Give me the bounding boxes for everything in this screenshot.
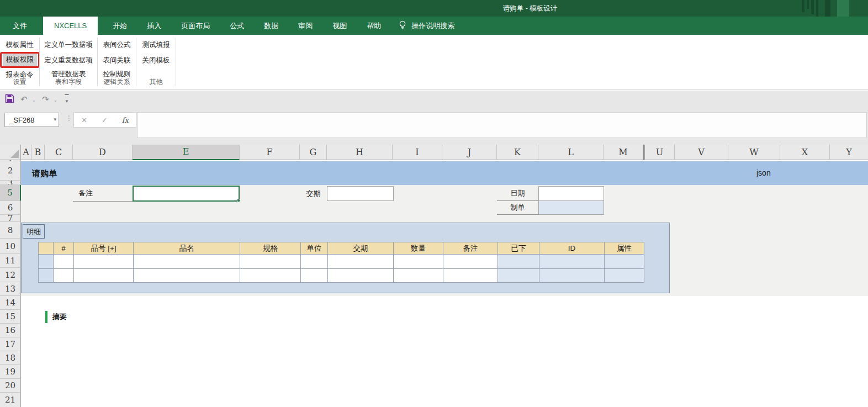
col-header-X[interactable]: X bbox=[780, 145, 830, 160]
redo-icon[interactable]: ↷ bbox=[42, 94, 49, 104]
row-header-18[interactable]: 18 bbox=[0, 351, 21, 365]
col-header-M[interactable]: M bbox=[604, 145, 643, 160]
detail-cell[interactable] bbox=[54, 255, 74, 269]
row-header-17[interactable]: 17 bbox=[0, 337, 21, 351]
detail-cell[interactable] bbox=[39, 255, 54, 269]
detail-cell[interactable] bbox=[443, 269, 498, 283]
detail-cell[interactable] bbox=[498, 255, 539, 269]
btn-template-permissions[interactable]: 模板权限 bbox=[3, 54, 37, 66]
detail-cell[interactable] bbox=[539, 255, 605, 269]
tab-page-layout[interactable]: 页面布局 bbox=[173, 17, 218, 35]
col-header-V[interactable]: V bbox=[675, 145, 728, 160]
col-header-I[interactable]: I bbox=[393, 145, 442, 160]
due-date-input-cell[interactable] bbox=[327, 186, 394, 201]
row-header-12[interactable]: 12 bbox=[0, 268, 21, 282]
row-header-19[interactable]: 19 bbox=[0, 365, 21, 379]
tab-review[interactable]: 审阅 bbox=[290, 17, 321, 35]
col-header-W[interactable]: W bbox=[728, 145, 780, 160]
col-header-K[interactable]: K bbox=[497, 145, 538, 160]
undo-icon[interactable]: ↶ bbox=[20, 94, 28, 104]
detail-cell[interactable] bbox=[74, 255, 134, 269]
detail-cell[interactable] bbox=[443, 255, 498, 269]
detail-cell[interactable] bbox=[605, 255, 644, 269]
detail-cell[interactable] bbox=[54, 269, 74, 283]
redo-dropdown-icon[interactable]: ⌄ bbox=[54, 98, 57, 103]
col-header-F[interactable]: F bbox=[240, 145, 300, 160]
tab-formulas[interactable]: 公式 bbox=[221, 17, 252, 35]
enter-check-icon[interactable]: ✓ bbox=[102, 116, 108, 124]
btn-template-properties[interactable]: 模板属性 bbox=[0, 39, 39, 51]
fill-handle[interactable] bbox=[237, 199, 240, 202]
detail-cell[interactable] bbox=[394, 255, 443, 269]
btn-define-single-item[interactable]: 定义单一数据项 bbox=[40, 39, 97, 51]
row-header-10[interactable]: 10 bbox=[0, 239, 21, 254]
date-input-cell[interactable] bbox=[538, 186, 604, 201]
detail-cell[interactable] bbox=[134, 269, 240, 283]
detail-cell[interactable] bbox=[328, 269, 394, 283]
detail-cell[interactable] bbox=[240, 269, 301, 283]
row-header-20[interactable]: 20 bbox=[0, 379, 21, 393]
btn-cross-table-link[interactable]: 表间关联 bbox=[98, 54, 136, 67]
col-header-E-selected[interactable]: E bbox=[133, 145, 240, 160]
qat-customize-icon[interactable]: ▔▾ bbox=[64, 96, 70, 103]
name-box-input[interactable] bbox=[5, 113, 49, 126]
row-header-16[interactable]: 16 bbox=[0, 324, 21, 337]
row-header-21[interactable]: 21 bbox=[0, 393, 21, 407]
tell-me-search[interactable]: 操作说明搜索 bbox=[399, 17, 454, 35]
row-header-5-selected[interactable]: 5 bbox=[0, 185, 21, 201]
cancel-icon[interactable]: ✕ bbox=[81, 116, 87, 124]
insert-function-icon[interactable]: fx bbox=[122, 116, 129, 124]
tab-file[interactable]: 文件 bbox=[4, 17, 35, 35]
row-header-2[interactable]: 2 bbox=[0, 161, 21, 181]
detail-cell[interactable] bbox=[605, 269, 644, 283]
detail-cell[interactable] bbox=[498, 269, 539, 283]
detail-cell[interactable] bbox=[240, 255, 301, 269]
col-header-L[interactable]: L bbox=[538, 145, 604, 160]
col-header-G[interactable]: G bbox=[300, 145, 327, 160]
col-header-A[interactable]: A bbox=[21, 145, 31, 160]
tab-home[interactable]: 开始 bbox=[104, 17, 135, 35]
row-header-14[interactable]: 14 bbox=[0, 296, 21, 310]
formula-input[interactable] bbox=[137, 112, 867, 138]
detail-cell[interactable] bbox=[39, 269, 54, 283]
detail-cell[interactable] bbox=[539, 269, 605, 283]
btn-test-fill[interactable]: 测试填报 bbox=[136, 39, 176, 51]
detail-header-unit: 单位 bbox=[301, 242, 328, 255]
btn-define-repeat-item[interactable]: 定义重复数据项 bbox=[40, 54, 97, 67]
col-header-J[interactable]: J bbox=[442, 145, 497, 160]
btn-cross-table-formula[interactable]: 表间公式 bbox=[98, 39, 136, 51]
active-cell-E5[interactable] bbox=[133, 186, 240, 202]
row-header-8[interactable]: 8 bbox=[0, 222, 21, 239]
formula-bar-splitter[interactable]: ⋮ bbox=[66, 114, 72, 122]
col-header-Y[interactable]: Y bbox=[830, 145, 868, 160]
detail-cell[interactable] bbox=[394, 269, 443, 283]
col-header-D[interactable]: D bbox=[73, 145, 133, 160]
select-all-corner[interactable] bbox=[0, 145, 21, 160]
row-header-6[interactable]: 6 bbox=[0, 201, 21, 215]
row-header-7[interactable]: 7 bbox=[0, 215, 21, 222]
tab-data[interactable]: 数据 bbox=[256, 17, 287, 35]
col-header-H[interactable]: H bbox=[327, 145, 393, 160]
detail-cell[interactable] bbox=[134, 255, 240, 269]
undo-dropdown-icon[interactable]: ⌄ bbox=[32, 98, 36, 103]
detail-cell[interactable] bbox=[74, 269, 134, 283]
name-box[interactable]: ▾ bbox=[4, 113, 59, 127]
tab-insert[interactable]: 插入 bbox=[139, 17, 170, 35]
detail-cell[interactable] bbox=[301, 269, 328, 283]
row-header-15[interactable]: 15 bbox=[0, 310, 21, 324]
tab-help[interactable]: 帮助 bbox=[358, 17, 389, 35]
btn-close-template[interactable]: 关闭模板 bbox=[136, 54, 176, 67]
detail-cell[interactable] bbox=[328, 255, 394, 269]
col-header-B[interactable]: B bbox=[31, 145, 45, 160]
save-icon[interactable] bbox=[5, 94, 14, 105]
col-header-U[interactable]: U bbox=[643, 145, 675, 160]
maker-input-cell[interactable] bbox=[538, 200, 604, 215]
row-header-3[interactable]: 3 bbox=[0, 181, 21, 185]
detail-cell[interactable] bbox=[301, 255, 328, 269]
name-box-dropdown-icon[interactable]: ▾ bbox=[54, 117, 56, 122]
row-header-11[interactable]: 11 bbox=[0, 254, 21, 268]
tab-view[interactable]: 视图 bbox=[324, 17, 355, 35]
row-header-13[interactable]: 13 bbox=[0, 282, 21, 296]
col-header-C[interactable]: C bbox=[45, 145, 73, 160]
tab-nxcells[interactable]: NXCELLS bbox=[43, 17, 98, 35]
